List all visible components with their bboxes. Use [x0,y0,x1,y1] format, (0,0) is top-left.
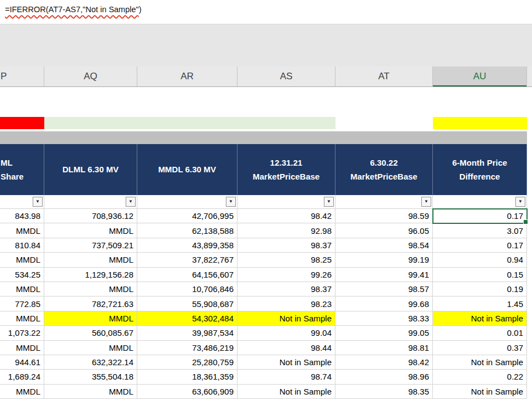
table-cell[interactable]: MMDL [0,282,44,296]
table-cell[interactable]: 737,509.21 [44,238,137,253]
table-cell[interactable]: 944.61 [0,355,44,370]
column-header-AR[interactable]: AR [137,66,237,86]
table-cell[interactable]: 92.98 [237,223,335,238]
table-cell[interactable]: MMDL [44,311,137,326]
filter-dropdown-button[interactable]: ▼ [324,197,334,207]
table-cell[interactable]: 98.54 [335,238,433,253]
filter-dropdown-button[interactable]: ▼ [515,197,525,207]
table-cell[interactable]: 1,073.22 [0,326,44,340]
table-cell[interactable]: MMDL [0,341,44,355]
table-header-cell[interactable]: 6.30.22 MarketPriceBase [335,144,433,195]
table-cell[interactable]: 73,486,219 [137,341,237,355]
table-cell[interactable]: MMDL [0,311,44,326]
column-header-AU[interactable]: AU [433,66,527,86]
table-cell[interactable]: 1.45 [433,296,527,311]
table-cell[interactable]: 843.98 [0,209,44,223]
table-cell[interactable]: 355,504.18 [44,370,137,384]
band-cell[interactable] [0,117,44,129]
column-header-P[interactable]: P [0,66,44,86]
table-cell[interactable]: 534.25 [0,268,44,282]
table-cell[interactable]: 0.37 [433,341,527,355]
table-cell[interactable]: 43,899,358 [137,238,237,253]
table-cell[interactable]: 3.07 [433,223,527,238]
table-cell[interactable]: 0.01 [433,326,527,340]
table-cell[interactable]: 63,606,909 [137,385,237,399]
table-cell[interactable]: 25,280,759 [137,355,237,370]
table-cell[interactable]: 96.05 [335,223,433,238]
table-cell[interactable]: 98.59 [335,209,433,223]
column-header-AQ[interactable]: AQ [44,66,137,86]
table-cell[interactable]: 99.41 [335,268,433,282]
table-cell[interactable]: 54,302,484 [137,311,237,326]
table-cell[interactable]: Not in Sample [433,355,527,370]
table-cell[interactable]: 55,908,687 [137,296,237,311]
table-cell[interactable]: 99.26 [237,268,335,282]
table-cell[interactable]: 708,936.12 [44,209,137,223]
table-cell[interactable]: 560,085.67 [44,326,137,340]
table-cell[interactable]: 98.42 [237,209,335,223]
table-cell[interactable]: 98.44 [237,341,335,355]
table-cell[interactable]: Not in Sample [433,385,527,399]
table-cell[interactable]: 64,156,607 [137,268,237,282]
band-cell[interactable] [335,117,433,129]
table-cell[interactable]: MMDL [0,223,44,238]
table-cell[interactable]: 0.15 [433,268,527,282]
filter-dropdown-button[interactable]: ▼ [226,197,236,207]
table-cell[interactable]: 632,322.14 [44,355,137,370]
table-cell[interactable]: 0.94 [433,253,527,267]
table-cell[interactable]: Not in Sample [237,355,335,370]
table-cell[interactable]: 0.22 [433,370,527,384]
table-cell[interactable]: 772.85 [0,296,44,311]
table-header-cell[interactable]: 12.31.21 MarketPriceBase [237,144,335,195]
table-cell[interactable]: MMDL [0,253,44,267]
table-cell[interactable]: 99.05 [335,326,433,340]
table-cell[interactable]: 98.57 [335,282,433,296]
table-cell[interactable]: MMDL [44,282,137,296]
selected-cell[interactable]: 0.17 [433,209,527,223]
table-cell[interactable]: 98.37 [237,282,335,296]
band-cell[interactable] [137,117,237,129]
table-cell[interactable]: 98.96 [335,370,433,384]
filter-dropdown-button[interactable]: ▼ [421,197,431,207]
table-cell[interactable]: 98.33 [335,311,433,326]
table-cell[interactable]: 98.35 [335,385,433,399]
table-cell[interactable]: MMDL [44,341,137,355]
table-cell[interactable]: 98.81 [335,341,433,355]
formula-bar[interactable]: =IFERROR(AT7-AS7,"Not in Sample") [0,0,532,24]
table-cell[interactable]: 62,138,588 [137,223,237,238]
table-cell[interactable]: 99.68 [335,296,433,311]
table-cell[interactable]: 98.42 [335,355,433,370]
table-cell[interactable]: 0.17 [433,238,527,253]
table-header-cell[interactable]: MMDL 6.30 MV [137,144,237,195]
table-header-cell[interactable]: ML Share [0,144,44,195]
table-cell[interactable]: Not in Sample [433,311,527,326]
table-cell[interactable]: 18,361,359 [137,370,237,384]
table-cell[interactable]: 37,822,767 [137,253,237,267]
table-cell[interactable]: 810.84 [0,238,44,253]
table-cell[interactable]: 98.37 [237,238,335,253]
table-cell[interactable]: 98.74 [237,370,335,384]
table-header-cell[interactable]: DLML 6.30 MV [44,144,137,195]
table-cell[interactable]: Not in Sample [237,311,335,326]
filter-dropdown-button[interactable]: ▼ [126,197,136,207]
band-cell[interactable] [44,117,137,129]
band-cell[interactable] [237,117,335,129]
gray-band-row[interactable] [0,131,527,144]
table-cell[interactable]: Not in Sample [237,385,335,399]
table-cell[interactable]: 99.04 [237,326,335,340]
table-cell[interactable]: 0.19 [433,282,527,296]
table-cell[interactable]: 39,987,534 [137,326,237,340]
table-cell[interactable]: 98.25 [237,253,335,267]
table-cell[interactable]: MMDL [44,385,137,399]
filter-dropdown-button[interactable]: ▼ [33,197,43,207]
table-cell[interactable]: MMDL [44,223,137,238]
table-cell[interactable]: 42,706,995 [137,209,237,223]
table-cell[interactable]: MMDL [0,385,44,399]
table-cell[interactable]: 1,129,156.28 [44,268,137,282]
table-cell[interactable]: 99.19 [335,253,433,267]
column-header-AS[interactable]: AS [237,66,335,86]
table-cell[interactable]: MMDL [44,253,137,267]
table-cell[interactable]: 1,689.24 [0,370,44,384]
table-header-cell[interactable]: 6-Month Price Difference [433,144,527,195]
band-cell[interactable] [433,117,527,129]
